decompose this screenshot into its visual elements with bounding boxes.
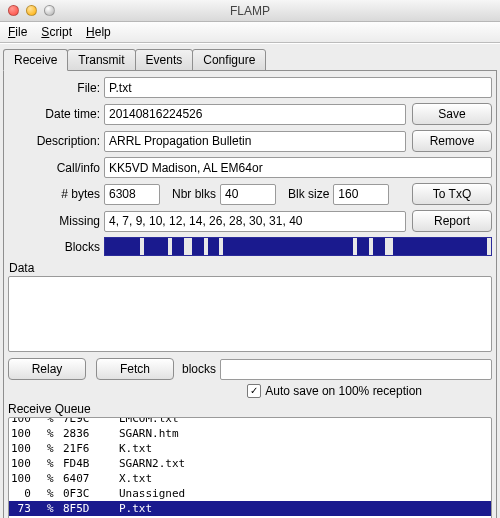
queue-cell: 0F3C xyxy=(63,486,119,501)
tabbar: Receive Transmit Events Configure xyxy=(3,47,497,71)
queue-cell: 8F5D xyxy=(63,501,119,516)
block-32 xyxy=(393,238,405,255)
block-21 xyxy=(294,238,306,255)
queue-cell: 100 xyxy=(11,441,47,456)
blocks-input[interactable] xyxy=(220,359,492,380)
queue-row[interactable]: 100%FD4BSGARN2.txt xyxy=(9,456,491,471)
save-button[interactable]: Save xyxy=(412,103,492,125)
queue-cell: P.txt xyxy=(119,501,489,516)
block-18 xyxy=(259,238,271,255)
queue-cell: 100 xyxy=(11,417,47,426)
label-file: File: xyxy=(8,81,100,95)
block-33 xyxy=(405,238,417,255)
menubar: File Script Help xyxy=(0,22,500,43)
tab-receive[interactable]: Receive xyxy=(3,49,68,71)
titlebar: FLAMP xyxy=(0,0,500,22)
tab-events[interactable]: Events xyxy=(135,49,194,71)
remove-button[interactable]: Remove xyxy=(412,130,492,152)
block-15 xyxy=(223,238,235,255)
tab-transmit[interactable]: Transmit xyxy=(67,49,135,71)
label-receive-queue: Receive Queue xyxy=(8,402,492,416)
label-missing: Missing xyxy=(8,214,100,228)
label-blocks: Blocks xyxy=(8,240,100,254)
queue-cell: FD4B xyxy=(63,456,119,471)
queue-row[interactable]: 100%21F6K.txt xyxy=(9,441,491,456)
queue-cell: % xyxy=(47,456,63,471)
minimize-icon[interactable] xyxy=(26,5,37,16)
queue-cell: % xyxy=(47,426,63,441)
file-field[interactable]: P.txt xyxy=(104,77,492,98)
block-35 xyxy=(428,238,440,255)
block-24 xyxy=(330,238,342,255)
missing-field[interactable]: 4, 7, 9, 10, 12, 14, 26, 28, 30, 31, 40 xyxy=(104,211,406,232)
window-controls xyxy=(8,5,55,16)
tab-content: File: P.txt Date time: 20140816224526 Sa… xyxy=(3,71,497,518)
report-button[interactable]: Report xyxy=(412,210,492,232)
label-blksize: Blk size xyxy=(288,187,329,201)
label-nbrblks: Nbr blks xyxy=(172,187,216,201)
to-txq-button[interactable]: To TxQ xyxy=(412,183,492,205)
queue-row[interactable]: 0%0F3CUnassigned xyxy=(9,486,491,501)
fetch-button[interactable]: Fetch xyxy=(96,358,174,380)
menu-help[interactable]: Help xyxy=(86,25,111,39)
queue-cell: 100 xyxy=(11,471,47,486)
block-22 xyxy=(306,238,318,255)
block-29 xyxy=(373,238,385,255)
queue-cell: % xyxy=(47,471,63,486)
menu-script[interactable]: Script xyxy=(41,25,72,39)
queue-row[interactable]: 100%7E9CEMCOM.txt xyxy=(9,417,491,426)
queue-cell: 21F6 xyxy=(63,441,119,456)
queue-cell: % xyxy=(47,417,63,426)
nbrblks-field[interactable]: 40 xyxy=(220,184,276,205)
receive-queue[interactable]: 100%7E9CEMCOM.txt100%2836SGARN.htm100%21… xyxy=(8,417,492,518)
menu-file[interactable]: File xyxy=(8,25,27,39)
relay-button[interactable]: Relay xyxy=(8,358,86,380)
block-13 xyxy=(208,238,220,255)
queue-cell: EMCOM.txt xyxy=(119,417,489,426)
queue-cell: 100 xyxy=(11,456,47,471)
block-38 xyxy=(464,238,476,255)
queue-row[interactable]: 73%8F5DP.txt xyxy=(9,501,491,516)
queue-cell: 0 xyxy=(11,486,47,501)
queue-cell: SGARN2.txt xyxy=(119,456,489,471)
block-40 xyxy=(487,238,491,255)
datetime-field[interactable]: 20140816224526 xyxy=(104,104,406,125)
label-autosave: Auto save on 100% reception xyxy=(265,384,422,398)
queue-cell: 2836 xyxy=(63,426,119,441)
queue-cell: SGARN.htm xyxy=(119,426,489,441)
description-field[interactable]: ARRL Propagation Bulletin xyxy=(104,131,406,152)
queue-cell: Unassigned xyxy=(119,486,489,501)
blocks-strip xyxy=(104,237,492,256)
queue-row[interactable]: 100%6407X.txt xyxy=(9,471,491,486)
block-11 xyxy=(192,238,204,255)
label-callinfo: Call/info xyxy=(8,161,100,175)
callinfo-field[interactable]: KK5VD Madison, AL EM64or xyxy=(104,157,492,178)
bytes-field[interactable]: 6308 xyxy=(104,184,160,205)
queue-cell: % xyxy=(47,441,63,456)
block-6 xyxy=(156,238,168,255)
block-3 xyxy=(129,238,141,255)
maximize-icon[interactable] xyxy=(44,5,55,16)
block-8 xyxy=(172,238,184,255)
queue-cell: 100 xyxy=(11,426,47,441)
close-icon[interactable] xyxy=(8,5,19,16)
queue-cell: % xyxy=(47,501,63,516)
queue-cell: K.txt xyxy=(119,441,489,456)
queue-cell: 73 xyxy=(11,501,47,516)
block-2 xyxy=(117,238,129,255)
label-blocksfield: blocks xyxy=(182,362,216,376)
autosave-checkbox[interactable]: ✓ xyxy=(247,384,261,398)
tab-configure[interactable]: Configure xyxy=(192,49,266,71)
queue-cell: % xyxy=(47,486,63,501)
block-39 xyxy=(475,238,487,255)
block-1 xyxy=(105,238,117,255)
queue-cell: 7E9C xyxy=(63,417,119,426)
block-16 xyxy=(235,238,247,255)
blksize-field[interactable]: 160 xyxy=(333,184,389,205)
data-textarea[interactable] xyxy=(8,276,492,352)
label-description: Description: xyxy=(8,134,100,148)
block-25 xyxy=(341,238,353,255)
block-34 xyxy=(416,238,428,255)
queue-row[interactable]: 100%2836SGARN.htm xyxy=(9,426,491,441)
queue-cell: X.txt xyxy=(119,471,489,486)
